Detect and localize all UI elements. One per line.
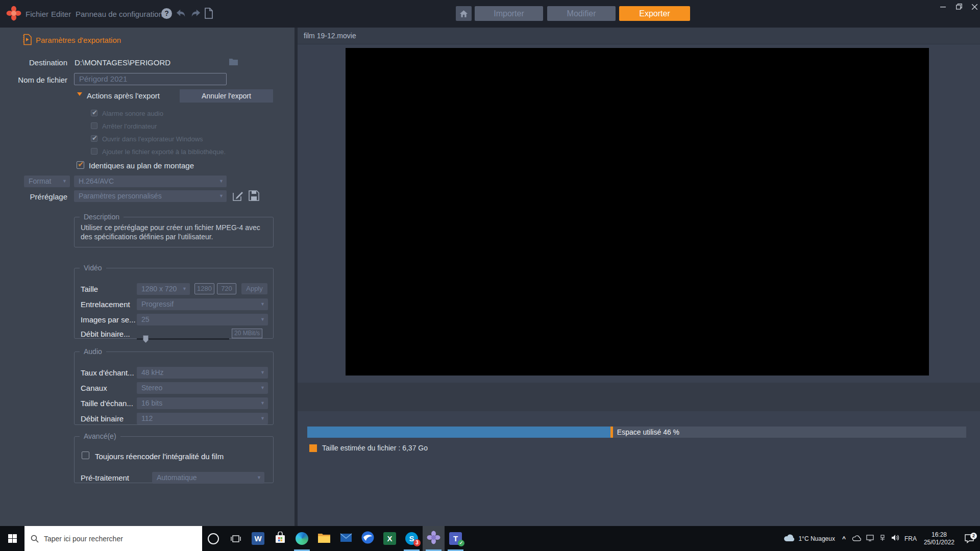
checkbox-ajouter-bibliotheque[interactable] — [91, 148, 97, 155]
chevron-down-icon: ▼ — [260, 382, 265, 394]
help-icon[interactable]: ? — [161, 8, 172, 19]
close-button[interactable] — [969, 2, 980, 11]
channels-dropdown[interactable]: Stereo▼ — [137, 382, 268, 394]
video-fieldset: Vidéo Taille 1280 x 720▼ 1280 720 Apply … — [74, 264, 274, 339]
thunderbird-icon — [361, 531, 374, 546]
samplerate-dropdown[interactable]: 48 kHz▼ — [137, 367, 268, 379]
preview-tabbar: film 19-12.movie — [298, 28, 980, 44]
fps-dropdown[interactable]: 25▼ — [137, 314, 268, 325]
pinnacle-logo-icon — [6, 5, 21, 23]
nav-modifier-button[interactable]: Modifier — [547, 6, 616, 21]
home-button[interactable] — [456, 6, 472, 21]
save-preset-icon[interactable] — [249, 190, 259, 203]
cancel-export-button[interactable]: Annuler l'export — [180, 89, 273, 103]
usb-icon[interactable] — [879, 534, 886, 543]
document-icon[interactable] — [204, 8, 213, 21]
filename-label: Nom de fichier — [0, 76, 67, 84]
expander-triangle-icon[interactable] — [77, 92, 82, 96]
edit-preset-icon[interactable] — [232, 190, 243, 204]
bitrate-slider[interactable] — [137, 338, 229, 340]
folder-icon[interactable] — [229, 58, 238, 67]
clock[interactable]: 16:28 25/01/2022 — [920, 531, 959, 546]
destination-value: D:\MONTAGES\PERIGORD — [75, 58, 170, 67]
preset-dropdown[interactable]: Paramètres personnalisés▼ — [74, 190, 227, 202]
height-field[interactable]: 720 — [217, 283, 236, 294]
option-label: Alarme sonore audio — [102, 110, 163, 117]
taskbar-app-store[interactable] — [269, 526, 291, 551]
taskbar-app-explorer[interactable] — [313, 526, 335, 551]
weather-text[interactable]: 1°C Nuageux — [798, 535, 835, 542]
search-icon — [31, 535, 39, 543]
cortana-button[interactable] — [202, 526, 225, 551]
samplesize-dropdown[interactable]: 16 bits▼ — [137, 397, 268, 409]
size-dropdown[interactable]: 1280 x 720▼ — [137, 283, 190, 295]
checkbox-ouvrir-explorateur[interactable] — [91, 135, 97, 142]
taskbar-app-thunderbird[interactable] — [357, 526, 379, 551]
bitrate-slider-thumb[interactable] — [143, 335, 149, 343]
taskbar-app-skype[interactable]: S3 — [401, 526, 423, 551]
start-button[interactable] — [0, 526, 24, 551]
format-dropdown[interactable]: Format▼ — [24, 176, 70, 187]
taskbar-app-teams[interactable]: T✓ — [445, 526, 467, 551]
display-icon[interactable] — [866, 534, 874, 543]
checkbox-reencoder[interactable] — [82, 452, 89, 459]
menu-fichier[interactable]: Fichier — [26, 10, 48, 18]
nav-exporter-button[interactable]: Exporter — [619, 6, 690, 21]
chevron-down-icon: ▼ — [219, 176, 224, 187]
taskbar-app-excel[interactable]: X — [379, 526, 401, 551]
restore-button[interactable] — [953, 2, 965, 11]
taskbar-search-input[interactable]: Taper ici pour rechercher — [24, 526, 202, 551]
filename-input[interactable]: Périgord 2021 — [74, 73, 227, 85]
chevron-down-icon: ▼ — [260, 367, 265, 379]
taskbar-app-word[interactable]: W — [247, 526, 269, 551]
audio-legend: Audio — [80, 347, 106, 356]
taskbar-app-mail[interactable] — [335, 526, 357, 551]
video-preview — [346, 48, 929, 375]
chevron-down-icon: ▼ — [219, 190, 224, 202]
description-fieldset: Description Utiliser ce préréglage pour … — [74, 213, 274, 247]
bitrate-value-field[interactable]: 20 MBit/s — [232, 329, 262, 338]
pretreat-dropdown[interactable]: Automatique▼ — [152, 472, 264, 484]
nav-importer-button[interactable]: Importer — [475, 6, 543, 21]
reencode-label: Toujours réencoder l'intégralité du film — [95, 452, 224, 461]
width-field[interactable]: 1280 — [194, 283, 214, 294]
cortana-icon — [208, 533, 219, 544]
hidden-icons-chevron[interactable]: ^ — [842, 535, 846, 542]
taskbar-app-pinnacle-studio[interactable] — [423, 526, 445, 551]
action-center-button[interactable]: 2 — [959, 534, 980, 543]
chevron-down-icon: ▼ — [62, 176, 67, 187]
store-icon — [274, 532, 286, 546]
pinnacle-studio-icon — [427, 531, 440, 546]
task-view-button[interactable] — [225, 526, 247, 551]
redo-icon[interactable] — [190, 8, 201, 20]
apply-button[interactable]: Apply — [241, 283, 267, 294]
volume-icon[interactable] — [891, 534, 899, 543]
skype-icon: S3 — [405, 532, 418, 545]
option-label: Arrêter l'ordinateur — [102, 122, 157, 130]
checkbox-identiques-montage[interactable] — [77, 161, 84, 169]
teams-status-badge: ✓ — [458, 540, 464, 546]
chevron-down-icon: ▼ — [260, 298, 265, 310]
chevron-down-icon: ▼ — [260, 413, 265, 424]
chevron-down-icon: ▼ — [260, 397, 265, 409]
search-placeholder: Taper ici pour rechercher — [44, 535, 123, 543]
interlace-dropdown[interactable]: Progressif▼ — [137, 298, 268, 310]
audio-fieldset: Audio Taux d'échant... 48 kHz▼ Canaux St… — [74, 347, 274, 425]
export-settings-panel: Paramètres d'exportation Destination D:\… — [0, 28, 295, 526]
undo-icon[interactable] — [176, 8, 187, 20]
notification-badge: 2 — [970, 533, 977, 539]
language-indicator[interactable]: FRA — [904, 535, 917, 542]
minimize-button[interactable] — [937, 2, 948, 11]
checkbox-arreter-ordinateur[interactable] — [91, 122, 97, 129]
task-view-icon — [231, 534, 241, 544]
project-tab[interactable]: film 19-12.movie — [304, 32, 356, 40]
format-value-dropdown[interactable]: H.264/AVC▼ — [74, 176, 227, 187]
menu-panneau-configuration[interactable]: Panneau de configuration — [76, 10, 163, 18]
taskbar-app-edge[interactable] — [291, 526, 313, 551]
menu-editer[interactable]: Editer — [51, 10, 71, 18]
onedrive-cloud-icon[interactable] — [852, 534, 861, 543]
windows-taskbar: Taper ici pour rechercher W X S3 T✓ — [0, 526, 980, 551]
audio-bitrate-dropdown[interactable]: 112▼ — [137, 413, 268, 424]
checkbox-alarme-audio[interactable] — [91, 110, 97, 116]
chevron-down-icon: ▼ — [260, 314, 265, 325]
